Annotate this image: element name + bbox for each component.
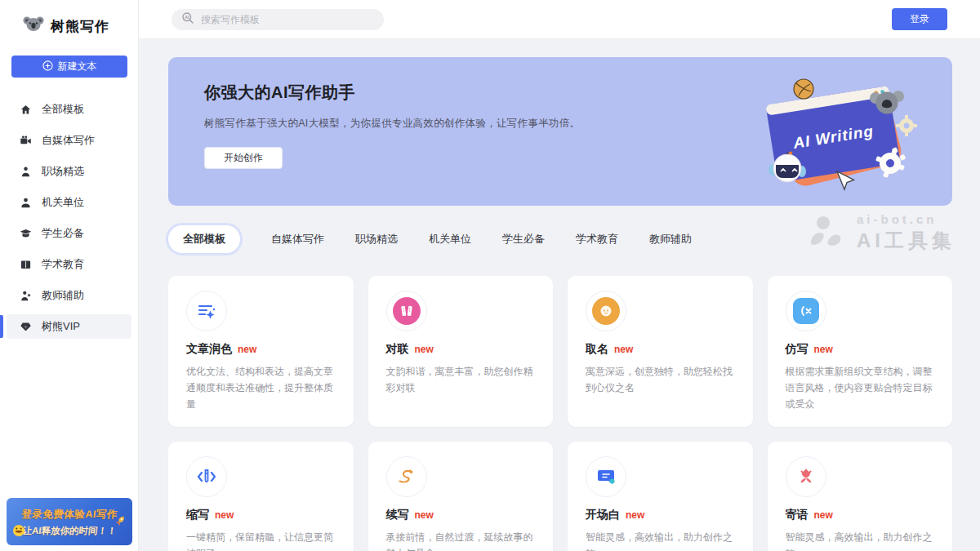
home-icon: [20, 104, 32, 116]
card-title: 取名: [586, 342, 608, 357]
tab-all-templates[interactable]: 全部模板: [168, 225, 240, 253]
tab-student[interactable]: 学生必备: [502, 232, 545, 247]
sidebar-item-label: 机关单位: [42, 195, 84, 210]
sidebar-item-all-templates[interactable]: 全部模板: [7, 97, 131, 122]
new-badge: new: [626, 509, 644, 521]
book-icon: [20, 259, 32, 271]
promo-line2: 让AI释放你的时间！！: [7, 525, 132, 537]
card-description: 寓意深远，创意独特，助您轻松找到心仪之名: [586, 364, 735, 397]
card-title: 缩写: [186, 508, 209, 522]
card-title: 续写: [386, 508, 409, 522]
sidebar-item-label: 自媒体写作: [42, 133, 95, 148]
ai-writing-illustration: AI Writing: [753, 75, 924, 197]
card-title: 文章润色: [186, 342, 232, 357]
sidebar-item-organization[interactable]: 机关单位: [7, 190, 131, 215]
card-description: 文韵和谐，寓意丰富，助您创作精彩对联: [386, 364, 536, 397]
sidebar-item-label: 学生必备: [42, 226, 84, 241]
card-abbreviate[interactable]: 缩写 new 一键精简，保留精髓，让信息更简洁明了: [168, 442, 354, 551]
sidebar-item-label: 学术教育: [42, 257, 84, 272]
new-badge: new: [415, 509, 434, 521]
tab-teacher[interactable]: 教师辅助: [649, 232, 692, 247]
sidebar: 树熊写作 新建文本 全部模板 自媒体写作 职场精选 机关单位 学生必备: [0, 0, 139, 551]
sidebar-item-label: 教师辅助: [42, 288, 84, 303]
start-writing-button[interactable]: 开始创作: [204, 147, 283, 169]
new-badge: new: [814, 344, 833, 355]
svg-text:AI: AI: [185, 14, 189, 19]
template-card-grid: 文章润色 new 优化文法、结构和表达，提高文章通顺度和表达准确性，提升整体质量…: [168, 276, 952, 551]
tab-academic[interactable]: 学术教育: [576, 232, 618, 247]
app-title: 树熊写作: [51, 17, 109, 36]
card-description: 智能灵感，高效输出，助力创作之旅: [786, 530, 935, 551]
abbreviate-icon: [186, 456, 227, 497]
new-badge: new: [215, 509, 234, 521]
search-box[interactable]: AI: [172, 9, 384, 30]
continue-icon: [386, 456, 427, 497]
card-message[interactable]: 寄语 new 智能灵感，高效输出，助力创作之旅: [768, 442, 953, 551]
sidebar-item-student[interactable]: 学生必备: [7, 221, 131, 246]
person-bust-icon: [20, 197, 32, 209]
laughing-emoji-icon: [12, 524, 25, 540]
video-camera-icon: [20, 135, 32, 147]
card-title: 仿写: [786, 342, 808, 357]
new-badge: new: [415, 344, 434, 355]
tab-organization[interactable]: 机关单位: [429, 232, 471, 247]
new-doc-label: 新建文本: [58, 60, 97, 73]
card-description: 根据需求重新组织文章结构，调整语言风格，使内容更贴合特定目标或受众: [786, 364, 935, 412]
message-icon: [786, 456, 826, 497]
sidebar-nav: 全部模板 自媒体写作 职场精选 机关单位 学生必备 学术教育 教师辅助 树熊V: [0, 97, 138, 339]
main-area: AI 登录 你强大的AI写作助手 树熊写作基于强大的AI大模型，为你提供专业高效…: [139, 0, 980, 551]
couplet-icon: [386, 291, 427, 331]
new-doc-button[interactable]: 新建文本: [11, 56, 127, 78]
polish-icon: [186, 291, 227, 331]
card-continue[interactable]: 续写 new 承接前情，自然过渡，延续故事的魅力与悬念: [368, 442, 554, 551]
hero-banner: 你强大的AI写作助手 树熊写作基于强大的AI大模型，为你提供专业高效的创作体验，…: [168, 57, 952, 206]
card-description: 一键精简，保留精髓，让信息更简洁明了: [186, 530, 336, 551]
plus-circle-icon: [42, 60, 53, 73]
sidebar-item-label: 职场精选: [42, 164, 84, 179]
teacher-person-icon: [20, 290, 32, 302]
login-promo-banner[interactable]: 登录免费体验AI写作 让AI释放你的时间！！: [7, 498, 132, 545]
card-title: 寄语: [786, 508, 808, 522]
card-description: 智能灵感，高效输出，助力创作之旅: [586, 530, 735, 551]
card-description: 承接前情，自然过渡，延续故事的魅力与悬念: [386, 530, 536, 551]
content: 你强大的AI写作助手 树熊写作基于强大的AI大模型，为你提供专业高效的创作体验，…: [139, 39, 980, 551]
card-title: 开场白: [586, 508, 620, 522]
naming-icon: [586, 291, 626, 331]
new-badge: new: [814, 509, 833, 521]
tab-media-writing[interactable]: 自媒体写作: [271, 232, 324, 247]
imitate-icon: [786, 291, 826, 331]
sidebar-item-vip[interactable]: 树熊VIP: [7, 314, 131, 339]
watermark-domain: ai-bot.cn: [857, 212, 956, 226]
graduation-cap-icon: [20, 228, 32, 240]
login-button[interactable]: 登录: [892, 8, 947, 30]
app-logo: 树熊写作: [0, 0, 138, 38]
template-tabs: 全部模板 自媒体写作 职场精选 机关单位 学生必备 学术教育 教师辅助: [168, 225, 952, 253]
card-polish[interactable]: 文章润色 new 优化文法、结构和表达，提高文章通顺度和表达准确性，提升整体质量: [168, 276, 354, 427]
card-couplet[interactable]: 对联 new 文韵和谐，寓意丰富，助您创作精彩对联: [368, 276, 554, 427]
gem-icon: [20, 321, 32, 333]
sidebar-item-label: 树熊VIP: [42, 319, 80, 334]
search-input[interactable]: [201, 14, 364, 25]
search-icon: AI: [181, 11, 194, 28]
sidebar-item-workplace[interactable]: 职场精选: [7, 159, 131, 184]
opening-icon: [586, 456, 626, 497]
card-description: 优化文法、结构和表达，提高文章通顺度和表达准确性，提升整体质量: [186, 364, 336, 412]
sidebar-item-media-writing[interactable]: 自媒体写作: [7, 128, 131, 153]
card-title: 对联: [386, 342, 409, 357]
new-badge: new: [238, 344, 256, 355]
sidebar-item-teacher[interactable]: 教师辅助: [7, 283, 131, 308]
sidebar-item-academic[interactable]: 学术教育: [7, 252, 131, 277]
card-opening[interactable]: 开场白 new 智能灵感，高效输出，助力创作之旅: [568, 442, 753, 551]
sidebar-item-label: 全部模板: [42, 102, 84, 117]
koala-logo-icon: [23, 15, 44, 38]
card-imitate[interactable]: 仿写 new 根据需求重新组织文章结构，调整语言风格，使内容更贴合特定目标或受众: [768, 276, 953, 427]
topbar: AI 登录: [139, 0, 980, 39]
new-badge: new: [614, 344, 633, 355]
briefcase-person-icon: [20, 166, 32, 178]
card-naming[interactable]: 取名 new 寓意深远，创意独特，助您轻松找到心仪之名: [568, 276, 753, 427]
tab-workplace[interactable]: 职场精选: [355, 232, 398, 247]
